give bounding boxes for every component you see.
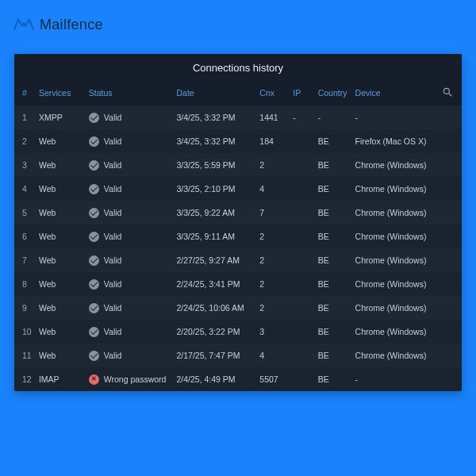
table-row[interactable]: 3WebValid3/3/25, 5:59 PM2BEChrome (Windo… xyxy=(14,153,462,177)
status-label: Valid xyxy=(104,303,122,313)
cell-ip xyxy=(290,129,314,153)
cell-country: BE xyxy=(315,296,352,320)
table-row[interactable]: 7WebValid2/27/25, 9:27 AM2BEChrome (Wind… xyxy=(14,248,462,272)
col-country[interactable]: Country xyxy=(315,80,352,106)
svg-line-1 xyxy=(448,94,451,97)
cell-ip xyxy=(290,201,314,225)
status-label: Valid xyxy=(104,160,122,170)
cell-status: Wrong password xyxy=(86,367,174,391)
cell-device: Chrome (Windows) xyxy=(352,296,462,320)
status-label: Valid xyxy=(104,279,122,289)
check-circle-icon xyxy=(89,255,99,266)
cell-status: Valid xyxy=(86,201,174,225)
table-row[interactable]: 11WebValid2/17/25, 7:47 PM4BEChrome (Win… xyxy=(14,344,462,367)
table-row[interactable]: 12IMAPWrong password2/4/25, 4:49 PM5507B… xyxy=(14,367,462,391)
cell-device: - xyxy=(352,367,462,391)
cell-date: 2/27/25, 9:27 AM xyxy=(173,248,256,272)
check-circle-icon xyxy=(89,232,99,242)
cell-num: 8 xyxy=(14,272,36,296)
brand-name: Mailfence xyxy=(40,17,103,33)
cell-status: Valid xyxy=(86,344,174,367)
cell-num: 3 xyxy=(14,153,36,177)
table-row[interactable]: 8WebValid2/24/25, 3:41 PM2BEChrome (Wind… xyxy=(14,272,462,296)
cell-status: Valid xyxy=(86,106,174,129)
cell-date: 3/3/25, 9:22 AM xyxy=(173,201,256,225)
cell-device: Chrome (Windows) xyxy=(352,225,462,248)
connections-history-panel: Connections history # Services Status Da… xyxy=(14,54,462,391)
cell-cnx: 2 xyxy=(256,296,290,320)
col-cnx[interactable]: Cnx xyxy=(256,80,290,106)
col-status[interactable]: Status xyxy=(86,80,174,106)
check-circle-icon xyxy=(89,208,99,218)
cell-ip xyxy=(290,248,314,272)
cell-service: Web xyxy=(36,272,86,296)
cell-date: 2/4/25, 4:49 PM xyxy=(173,367,256,391)
cell-service: Web xyxy=(36,177,86,201)
col-services[interactable]: Services xyxy=(36,80,86,106)
col-search[interactable] xyxy=(439,80,462,106)
table-row[interactable]: 9WebValid2/24/25, 10:06 AM2BEChrome (Win… xyxy=(14,296,462,320)
table-row[interactable]: 2WebValid3/4/25, 3:32 PM184BEFirefox (Ma… xyxy=(14,129,462,153)
check-circle-icon xyxy=(89,327,99,337)
cell-ip xyxy=(290,320,314,344)
cell-country: BE xyxy=(315,153,352,177)
table-row[interactable]: 4WebValid3/3/25, 2:10 PM4BEChrome (Windo… xyxy=(14,177,462,201)
table-row[interactable]: 1XMPPValid3/4/25, 3:32 PM1441--- xyxy=(14,106,462,129)
table-row[interactable]: 10WebValid2/20/25, 3:22 PM3BEChrome (Win… xyxy=(14,320,462,344)
table-header-row: # Services Status Date Cnx IP Country De… xyxy=(14,80,462,106)
status-label: Valid xyxy=(104,255,122,265)
cell-date: 2/24/25, 10:06 AM xyxy=(173,296,256,320)
cell-service: IMAP xyxy=(36,367,86,391)
cell-service: Web xyxy=(36,225,86,248)
col-num[interactable]: # xyxy=(14,80,36,106)
cell-num: 12 xyxy=(14,367,36,391)
col-date[interactable]: Date xyxy=(173,80,256,106)
cell-service: Web xyxy=(36,248,86,272)
cell-country: BE xyxy=(315,248,352,272)
cell-cnx: 2 xyxy=(256,153,290,177)
cell-country: BE xyxy=(315,320,352,344)
cell-date: 3/3/25, 5:59 PM xyxy=(173,153,256,177)
cell-date: 3/3/25, 2:10 PM xyxy=(173,177,256,201)
cell-status: Valid xyxy=(86,248,174,272)
table-row[interactable]: 6WebValid3/3/25, 9:11 AM2BEChrome (Windo… xyxy=(14,225,462,248)
cell-device: Chrome (Windows) xyxy=(352,201,462,225)
cell-device: Chrome (Windows) xyxy=(352,272,462,296)
cell-ip xyxy=(290,153,314,177)
check-circle-icon xyxy=(89,279,99,290)
cell-cnx: 3 xyxy=(256,320,290,344)
status-label: Wrong password xyxy=(104,374,167,384)
cell-country: BE xyxy=(315,225,352,248)
status-label: Valid xyxy=(104,232,122,241)
mailfence-logo-icon xyxy=(13,13,35,36)
cell-device: Chrome (Windows) xyxy=(352,153,462,177)
cell-num: 11 xyxy=(14,344,36,367)
svg-point-0 xyxy=(443,88,449,94)
cell-date: 3/4/25, 3:32 PM xyxy=(173,106,256,129)
table-row[interactable]: 5WebValid3/3/25, 9:22 AM7BEChrome (Windo… xyxy=(14,201,462,225)
cell-device: Chrome (Windows) xyxy=(352,177,462,201)
status-label: Valid xyxy=(104,184,122,194)
cell-service: XMPP xyxy=(36,106,86,129)
status-label: Valid xyxy=(104,327,122,336)
cell-cnx: 1441 xyxy=(256,106,290,129)
cell-status: Valid xyxy=(86,177,174,201)
cell-service: Web xyxy=(36,153,86,177)
cell-num: 2 xyxy=(14,129,36,153)
cell-cnx: 4 xyxy=(256,177,290,201)
cell-num: 7 xyxy=(14,248,36,272)
status-label: Valid xyxy=(104,208,122,217)
cell-service: Web xyxy=(36,320,86,344)
col-ip[interactable]: IP xyxy=(290,80,314,106)
cell-date: 2/17/25, 7:47 PM xyxy=(173,344,256,367)
x-circle-icon xyxy=(89,374,99,385)
cell-ip xyxy=(290,367,314,391)
cell-cnx: 2 xyxy=(256,272,290,296)
col-device[interactable]: Device xyxy=(352,80,439,106)
cell-ip xyxy=(290,225,314,248)
cell-status: Valid xyxy=(86,225,174,248)
cell-status: Valid xyxy=(86,272,174,296)
cell-service: Web xyxy=(36,296,86,320)
cell-ip xyxy=(290,344,314,367)
check-circle-icon xyxy=(89,184,99,194)
